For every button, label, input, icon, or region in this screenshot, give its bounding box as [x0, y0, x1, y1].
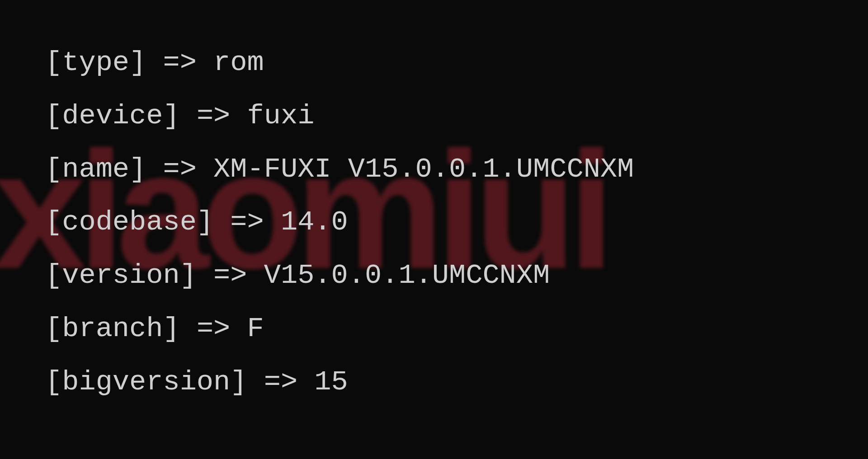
entry-value: 15 [314, 366, 348, 398]
arrow-separator: => [264, 366, 315, 398]
terminal-line: [bigversion] => 15 [45, 356, 634, 409]
terminal-line: [branch] => F [45, 302, 634, 356]
entry-value: 14.0 [281, 206, 348, 238]
arrow-separator: => [213, 259, 264, 291]
entry-value: V15.0.0.1.UMCCNXM [264, 259, 550, 291]
terminal-line: [type] => rom [45, 36, 634, 89]
arrow-separator: => [197, 100, 247, 132]
entry-value: F [247, 313, 264, 345]
entry-key: [device] [45, 100, 180, 132]
entry-value: rom [213, 47, 264, 79]
entry-key: [branch] [45, 313, 180, 345]
terminal-line: [device] => fuxi [45, 89, 634, 143]
entry-value: fuxi [247, 100, 315, 132]
entry-key: [version] [45, 259, 197, 291]
entry-key: [bigversion] [45, 366, 247, 398]
entry-key: [type] [45, 47, 146, 79]
terminal-output: [type] => rom [device] => fuxi [name] =>… [45, 36, 634, 409]
terminal-line: [name] => XM-FUXI V15.0.0.1.UMCCNXM [45, 143, 634, 196]
entry-value: XM-FUXI V15.0.0.1.UMCCNXM [213, 153, 634, 185]
entry-key: [codebase] [45, 206, 213, 238]
terminal-line: [version] => V15.0.0.1.UMCCNXM [45, 249, 634, 302]
entry-key: [name] [45, 153, 146, 185]
arrow-separator: => [163, 47, 213, 79]
arrow-separator: => [163, 153, 213, 185]
arrow-separator: => [230, 206, 281, 238]
terminal-line: [codebase] => 14.0 [45, 196, 634, 249]
arrow-separator: => [197, 313, 247, 345]
